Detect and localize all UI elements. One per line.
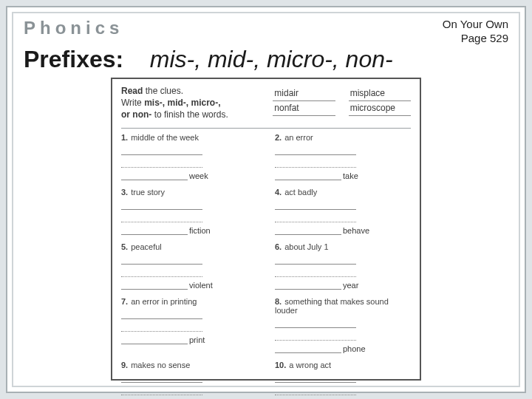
answer-line-bottom: week — [121, 170, 257, 180]
brand-label: Phonics — [24, 18, 123, 38]
corner-line-2: Page 529 — [443, 32, 508, 46]
answer-blank — [275, 382, 356, 383]
question-4: 4.act badlybehave — [275, 188, 411, 235]
slide-title: Prefixes: mis-, mid-, micro-, non- — [13, 46, 519, 78]
question-clue-text: middle of the week — [131, 133, 199, 142]
inner-border: Phonics On Your Own Page 529 Prefixes: m… — [12, 12, 520, 387]
answer-blank-dotted — [121, 395, 202, 395]
answer-line-top — [121, 254, 257, 265]
question-clue: 10.a wrong act — [275, 361, 411, 369]
question-3: 3.true storyfiction — [121, 188, 257, 235]
question-clue-text: an error in printing — [131, 297, 197, 306]
instr-write: Write — [121, 98, 142, 108]
answer-blank — [275, 289, 341, 290]
answer-blank — [275, 180, 341, 180]
answer-blank — [121, 264, 202, 265]
answer-line-top — [121, 309, 257, 319]
answer-suffix: week — [189, 171, 208, 180]
answer-line-top — [275, 145, 411, 155]
instr-read-rest: the clues. — [146, 86, 183, 96]
question-clue: 3.true story — [121, 188, 257, 197]
answer-line-bottom: violent — [121, 279, 257, 290]
answer-line-bottom: phone — [275, 343, 411, 353]
answer-line-top — [121, 145, 257, 155]
answer-blank-dotted — [275, 167, 356, 168]
answer-line-bottom: take — [275, 170, 411, 180]
answer-line-mid — [275, 267, 411, 277]
question-9: 9.makes no sensesense — [121, 361, 257, 399]
answer-blank — [121, 154, 202, 155]
answer-line-top — [275, 254, 411, 265]
slide-frame: Phonics On Your Own Page 529 Prefixes: m… — [0, 0, 532, 399]
answer-blank — [275, 327, 356, 328]
answer-line-mid — [121, 212, 257, 222]
answer-line-top — [275, 372, 411, 383]
answer-blank — [275, 209, 356, 210]
answer-line-mid — [275, 330, 411, 341]
answer-suffix: phone — [343, 344, 366, 353]
answer-line-bottom: behave — [275, 225, 411, 235]
instr-finish: to finish the words. — [154, 109, 228, 120]
answer-line-top — [275, 318, 411, 328]
answer-suffix: fiction — [189, 226, 211, 235]
question-number: 8. — [275, 297, 282, 306]
instr-prefixes: mis-, mid-, micro-, — [144, 98, 220, 108]
answer-blank — [121, 180, 188, 180]
instructions: Read the clues. Write mis-, mid-, micro-… — [121, 85, 273, 121]
question-10: 10.a wrong actdeed — [275, 361, 411, 399]
question-number: 3. — [121, 188, 128, 197]
title-prefixes: mis-, mid-, micro-, non- — [150, 46, 393, 72]
question-clue-text: about July 1 — [284, 242, 328, 251]
question-clue: 5.peaceful — [121, 242, 257, 251]
answer-suffix: violent — [189, 281, 213, 290]
answer-blank-dotted — [275, 222, 356, 222]
answer-line-top — [121, 372, 257, 383]
corner-line-1: On Your Own — [443, 18, 508, 32]
answer-blank — [275, 154, 356, 155]
answer-line-mid — [275, 385, 411, 395]
question-clue: 6.about July 1 — [275, 242, 411, 251]
question-clue: 2.an error — [275, 133, 411, 142]
answer-line-bottom: fiction — [121, 225, 257, 235]
question-number: 1. — [121, 133, 128, 142]
question-6: 6.about July 1year — [275, 242, 411, 290]
question-number: 7. — [121, 297, 128, 306]
question-2: 2.an errortake — [275, 133, 411, 180]
answer-line-mid — [121, 267, 257, 277]
question-clue: 1.middle of the week — [121, 133, 257, 142]
answer-blank — [121, 289, 188, 290]
question-clue: 9.makes no sense — [121, 361, 257, 369]
answer-line-mid — [121, 321, 257, 332]
question-grid: 1.middle of the weekweek2.an errortake3.… — [121, 133, 411, 399]
page-reference: On Your Own Page 529 — [443, 18, 508, 46]
answer-line-mid — [275, 212, 411, 222]
question-number: 9. — [121, 361, 128, 369]
answer-blank-dotted — [121, 167, 202, 168]
word-bank: midair misplace nonfat microscope — [273, 85, 411, 121]
answer-line-mid — [121, 385, 257, 395]
question-clue-text: true story — [131, 188, 165, 197]
question-1: 1.middle of the weekweek — [121, 133, 257, 180]
question-clue-text: act badly — [284, 188, 317, 197]
answer-blank-dotted — [121, 331, 202, 332]
word-bank-item: microscope — [349, 101, 411, 116]
word-bank-item: misplace — [349, 86, 411, 101]
answer-blank — [121, 382, 202, 383]
answer-blank — [121, 344, 188, 344]
answer-blank — [121, 209, 202, 210]
question-clue-text: something that makes sound louder — [275, 297, 389, 315]
answer-blank — [121, 234, 188, 235]
answer-line-mid — [275, 157, 411, 168]
question-5: 5.peacefulviolent — [121, 242, 257, 290]
question-number: 10. — [275, 361, 286, 369]
question-clue-text: peaceful — [131, 242, 162, 251]
outer-border: Phonics On Your Own Page 529 Prefixes: m… — [6, 6, 526, 393]
question-clue: 4.act badly — [275, 188, 411, 197]
worksheet-wrap: Read the clues. Write mis-, mid-, micro-… — [13, 78, 519, 388]
question-number: 5. — [121, 242, 128, 251]
answer-blank — [121, 318, 202, 319]
word-bank-item: midair — [273, 86, 335, 101]
answer-blank — [275, 352, 341, 353]
answer-blank — [275, 234, 341, 235]
answer-line-bottom: year — [275, 279, 411, 290]
